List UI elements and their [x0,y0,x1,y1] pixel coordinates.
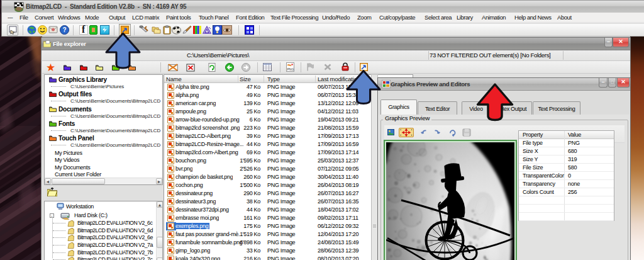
svg-text:?: ? [63,26,67,33]
svg-text:PNG: PNG [287,67,294,71]
